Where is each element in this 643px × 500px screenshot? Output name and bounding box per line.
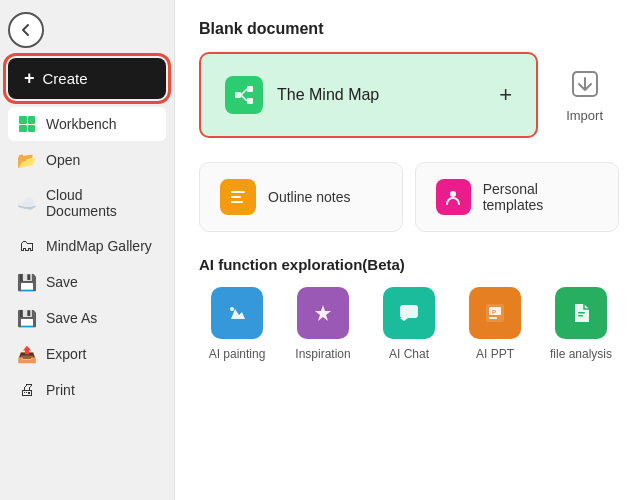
sidebar-item-print[interactable]: 🖨 Print (8, 373, 166, 407)
ai-section-title: AI function exploration(Beta) (199, 256, 619, 273)
svg-rect-7 (231, 196, 241, 198)
svg-rect-1 (247, 86, 253, 92)
svg-text:P: P (492, 309, 496, 315)
sidebar-item-label: Print (46, 382, 75, 398)
sidebar-item-label: Workbench (46, 116, 117, 132)
ai-painting-icon (211, 287, 263, 339)
ai-ppt-label: AI PPT (476, 347, 514, 361)
create-label: Create (43, 70, 88, 87)
mind-map-plus: + (499, 82, 512, 108)
ai-painting-card[interactable]: AI painting (199, 287, 275, 361)
svg-point-9 (450, 191, 456, 197)
sidebar-item-label: Cloud Documents (46, 187, 156, 219)
outline-notes-icon (220, 179, 256, 215)
import-icon (567, 66, 603, 102)
export-icon: 📤 (18, 345, 36, 363)
svg-rect-2 (247, 98, 253, 104)
plus-icon: + (24, 68, 35, 89)
create-button[interactable]: + Create (8, 58, 166, 99)
svg-point-10 (230, 307, 234, 311)
sidebar-item-cloud[interactable]: ☁️ Cloud Documents (8, 179, 166, 227)
import-label: Import (566, 108, 603, 123)
ai-inspiration-label: Inspiration (295, 347, 350, 361)
svg-rect-17 (578, 315, 583, 317)
sidebar-item-label: Save As (46, 310, 97, 326)
sidebar-item-label: Open (46, 152, 80, 168)
blank-doc-grid: The Mind Map + Import (199, 52, 619, 138)
ai-chat-icon (383, 287, 435, 339)
ai-file-label: file analysis (550, 347, 612, 361)
template-row: Outline notes Personal templates (199, 162, 619, 232)
ai-chat-label: AI Chat (389, 347, 429, 361)
ai-painting-label: AI painting (209, 347, 266, 361)
save-icon: 💾 (18, 273, 36, 291)
mind-map-icon (225, 76, 263, 114)
workbench-icon (18, 115, 36, 133)
personal-templates-icon (436, 179, 471, 215)
main-content: Blank document The Mind Map + (175, 0, 643, 500)
svg-rect-11 (400, 305, 418, 318)
sidebar-item-export[interactable]: 📤 Export (8, 337, 166, 371)
svg-line-4 (241, 95, 247, 101)
svg-line-3 (241, 89, 247, 95)
svg-rect-16 (578, 312, 585, 314)
svg-rect-14 (489, 317, 497, 319)
personal-templates-label: Personal templates (483, 181, 598, 213)
personal-templates-card[interactable]: Personal templates (415, 162, 619, 232)
sidebar-item-label: MindMap Gallery (46, 238, 152, 254)
saveas-icon: 💾 (18, 309, 36, 327)
sidebar-item-saveas[interactable]: 💾 Save As (8, 301, 166, 335)
open-icon: 📂 (18, 151, 36, 169)
ai-cards-row: AI painting Inspiration AI Chat (199, 287, 619, 361)
print-icon: 🖨 (18, 381, 36, 399)
mind-map-label: The Mind Map (277, 86, 485, 104)
svg-rect-0 (235, 92, 241, 98)
back-button[interactable] (8, 12, 44, 48)
ai-inspiration-icon (297, 287, 349, 339)
svg-rect-6 (231, 191, 245, 193)
sidebar-item-gallery[interactable]: 🗂 MindMap Gallery (8, 229, 166, 263)
sidebar-item-label: Save (46, 274, 78, 290)
sidebar-item-label: Export (46, 346, 86, 362)
ai-file-icon (555, 287, 607, 339)
blank-doc-title: Blank document (199, 20, 619, 38)
ai-ppt-icon: P (469, 287, 521, 339)
sidebar: + Create Workbench 📂 Open ☁️ Cloud Docum… (0, 0, 175, 500)
ai-chat-card[interactable]: AI Chat (371, 287, 447, 361)
import-card[interactable]: Import (550, 52, 619, 137)
ai-ppt-card[interactable]: P AI PPT (457, 287, 533, 361)
ai-inspiration-card[interactable]: Inspiration (285, 287, 361, 361)
cloud-icon: ☁️ (18, 194, 36, 212)
sidebar-item-open[interactable]: 📂 Open (8, 143, 166, 177)
ai-file-card[interactable]: file analysis (543, 287, 619, 361)
gallery-icon: 🗂 (18, 237, 36, 255)
outline-notes-label: Outline notes (268, 189, 351, 205)
mind-map-card[interactable]: The Mind Map + (199, 52, 538, 138)
svg-rect-8 (231, 201, 243, 203)
sidebar-item-workbench[interactable]: Workbench (8, 107, 166, 141)
outline-notes-card[interactable]: Outline notes (199, 162, 403, 232)
sidebar-item-save[interactable]: 💾 Save (8, 265, 166, 299)
